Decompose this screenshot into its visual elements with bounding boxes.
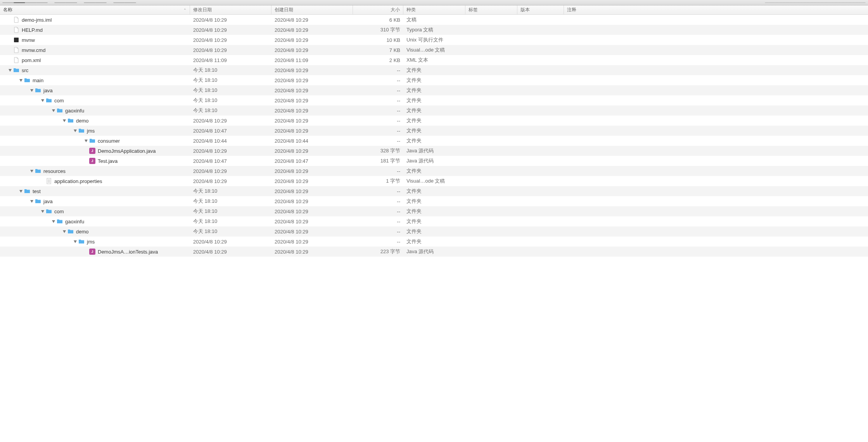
action-button[interactable] <box>66 2 77 3</box>
file-name-cell[interactable]: gaoxinfu <box>0 107 190 114</box>
file-row[interactable]: JDemoJmsA…ionTests.java2020/4/8 10:29202… <box>0 247 868 257</box>
file-row[interactable]: consumer2020/4/8 10:442020/4/8 10:44--文件… <box>0 136 868 146</box>
file-row[interactable]: demo2020/4/8 10:292020/4/8 10:29--文件夹 <box>0 116 868 126</box>
file-row[interactable]: HELP.md2020/4/8 10:292020/4/8 10:29310 字… <box>0 25 868 35</box>
column-header-version[interactable]: 版本 <box>517 5 564 14</box>
column-header-kind-label: 种类 <box>406 7 416 13</box>
file-row[interactable]: test今天 18:102020/4/8 10:29--文件夹 <box>0 186 868 196</box>
file-size-cell: -- <box>353 199 403 204</box>
toolbar: 搜索 <box>0 0 868 5</box>
file-size-cell: -- <box>353 108 403 114</box>
file-row[interactable]: gaoxinfu今天 18:102020/4/8 10:29--文件夹 <box>0 105 868 116</box>
file-row[interactable]: JTest.java2020/4/8 10:472020/4/8 10:4718… <box>0 156 868 166</box>
file-size-cell: -- <box>353 98 403 104</box>
file-modified-cell: 2020/4/8 10:47 <box>190 128 271 134</box>
file-name-cell[interactable]: com <box>0 208 190 214</box>
disclosure-triangle-icon[interactable] <box>74 240 77 243</box>
file-row[interactable]: mvnw.cmd2020/4/8 10:292020/4/8 10:297 KB… <box>0 45 868 55</box>
file-name-cell[interactable]: mvnw.cmd <box>0 47 190 53</box>
disclosure-triangle-icon[interactable] <box>19 190 22 193</box>
disclosure-triangle-icon[interactable] <box>30 89 33 92</box>
file-name-cell[interactable]: JDemoJmsA…ionTests.java <box>0 249 190 255</box>
file-row[interactable]: com今天 18:102020/4/8 10:29--文件夹 <box>0 206 868 216</box>
view-gallery-button[interactable] <box>36 2 48 3</box>
file-kind-cell: 文件夹 <box>403 67 465 74</box>
file-name-cell[interactable]: consumer <box>0 138 190 144</box>
file-row[interactable]: gaoxinfu今天 18:102020/4/8 10:29--文件夹 <box>0 216 868 226</box>
column-header-kind[interactable]: 种类 <box>403 5 465 14</box>
disclosure-triangle-icon[interactable] <box>52 109 55 112</box>
back-button[interactable] <box>113 2 125 3</box>
file-row[interactable]: jms2020/4/8 10:292020/4/8 10:29--文件夹 <box>0 237 868 247</box>
file-name-cell[interactable]: java <box>0 87 190 93</box>
file-created-cell: 2020/4/8 10:29 <box>271 78 353 83</box>
file-name-cell[interactable]: jms <box>0 128 190 134</box>
disclosure-triangle-icon[interactable] <box>52 220 55 223</box>
file-kind-cell: Java 源代码 <box>403 248 465 255</box>
file-row[interactable]: java今天 18:102020/4/8 10:29--文件夹 <box>0 196 868 206</box>
file-name-cell[interactable]: src <box>0 67 190 73</box>
file-name-cell[interactable]: resources <box>0 168 190 174</box>
file-row[interactable]: application.properties2020/4/8 10:292020… <box>0 176 868 186</box>
file-row[interactable]: JDemoJmsApplication.java2020/4/8 10:2920… <box>0 146 868 156</box>
arrange-button[interactable] <box>54 2 66 3</box>
file-name-cell[interactable]: test <box>0 188 190 194</box>
file-row[interactable]: main今天 18:102020/4/8 10:29--文件夹 <box>0 75 868 85</box>
file-name-cell[interactable]: application.properties <box>0 178 190 184</box>
file-name-cell[interactable]: demo-jms.iml <box>0 17 190 23</box>
disclosure-triangle-icon[interactable] <box>19 79 22 82</box>
file-name-cell[interactable]: JDemoJmsApplication.java <box>0 148 190 154</box>
file-row[interactable]: mvnw2020/4/8 10:292020/4/8 10:2910 KBUni… <box>0 35 868 45</box>
tags-button[interactable] <box>95 2 107 3</box>
file-name-cell[interactable]: demo <box>0 117 190 124</box>
folder-icon <box>24 77 30 83</box>
disclosure-triangle-icon[interactable] <box>41 99 44 102</box>
disclosure-triangle-icon[interactable] <box>41 210 44 213</box>
column-header-size[interactable]: 大小 <box>353 5 403 14</box>
disclosure-triangle-icon[interactable] <box>74 129 77 132</box>
file-name-cell[interactable]: demo <box>0 228 190 235</box>
file-txt-icon <box>46 178 52 184</box>
forward-button[interactable] <box>124 2 136 3</box>
file-name-cell[interactable]: java <box>0 198 190 204</box>
file-row[interactable]: java今天 18:102020/4/8 10:29--文件夹 <box>0 85 868 95</box>
file-row[interactable]: com今天 18:102020/4/8 10:29--文件夹 <box>0 95 868 105</box>
search-placeholder: 搜索 <box>775 2 785 3</box>
folder-icon <box>35 198 41 204</box>
view-columns-button[interactable] <box>25 2 36 3</box>
file-row[interactable]: jms2020/4/8 10:472020/4/8 10:29--文件夹 <box>0 126 868 136</box>
file-row[interactable]: demo-jms.iml2020/4/8 10:292020/4/8 10:29… <box>0 15 868 25</box>
disclosure-triangle-icon[interactable] <box>9 69 12 72</box>
file-name-cell[interactable]: com <box>0 97 190 104</box>
java-icon: J <box>89 249 95 255</box>
disclosure-triangle-icon[interactable] <box>30 170 33 173</box>
file-created-cell: 2020/4/8 10:29 <box>271 108 353 114</box>
search-input[interactable]: 搜索 <box>765 2 866 3</box>
column-header-modified[interactable]: 修改日期 <box>190 5 271 14</box>
column-header-comments[interactable]: 注释 <box>564 5 868 14</box>
file-row[interactable]: src今天 18:102020/4/8 10:29--文件夹 <box>0 65 868 75</box>
disclosure-triangle-icon[interactable] <box>85 140 88 142</box>
share-button[interactable] <box>84 2 95 3</box>
file-size-cell: -- <box>353 138 403 144</box>
java-icon: J <box>89 158 95 164</box>
column-header-name[interactable]: 名称 ⌃ <box>0 5 190 14</box>
file-name-cell[interactable]: pom.xml <box>0 57 190 63</box>
file-name-cell[interactable]: jms <box>0 238 190 245</box>
disclosure-triangle-icon[interactable] <box>30 200 33 203</box>
file-row[interactable]: pom.xml2020/4/8 11:092020/4/8 11:092 KBX… <box>0 55 868 65</box>
file-row[interactable]: demo今天 18:102020/4/8 10:29--文件夹 <box>0 226 868 237</box>
disclosure-triangle-icon[interactable] <box>63 119 66 122</box>
file-name-cell[interactable]: HELP.md <box>0 27 190 33</box>
file-row[interactable]: resources2020/4/8 10:292020/4/8 10:29--文… <box>0 166 868 176</box>
file-name-cell[interactable]: mvnw <box>0 37 190 43</box>
file-name-cell[interactable]: main <box>0 77 190 83</box>
column-header-created[interactable]: 创建日期 <box>271 5 353 14</box>
column-header-tags[interactable]: 标签 <box>465 5 517 14</box>
file-name-cell[interactable]: JTest.java <box>0 158 190 164</box>
file-name-cell[interactable]: gaoxinfu <box>0 218 190 224</box>
view-list-button[interactable] <box>14 2 25 3</box>
view-icons-button[interactable] <box>2 2 14 3</box>
disclosure-triangle-icon[interactable] <box>63 230 66 233</box>
file-modified-cell: 今天 18:10 <box>190 208 271 215</box>
